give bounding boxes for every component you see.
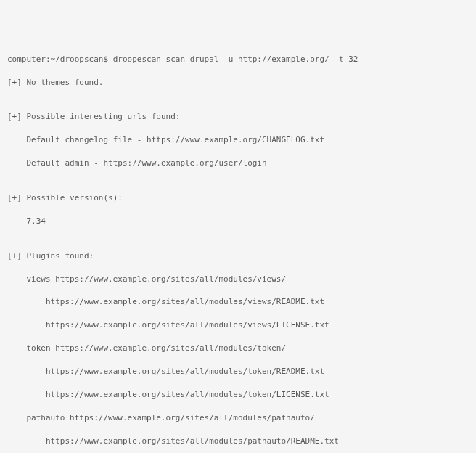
plugin-entry: https://www.example.org/sites/all/module… [7,319,469,331]
plugin-entry: views https://www.example.org/sites/all/… [7,274,469,285]
plugin-entry: token https://www.example.org/sites/all/… [7,343,469,354]
terminal-prompt-line: computer:~/droopscan$ droopescan scan dr… [7,54,469,65]
url-entry: Default admin - https://www.example.org/… [7,158,469,169]
plugin-entry: https://www.example.org/sites/all/module… [7,366,469,378]
plugin-entry: pathauto https://www.example.org/sites/a… [7,412,469,424]
urls-header: [+] Possible interesting urls found: [7,111,469,123]
plugins-header: [+] Plugins found: [7,250,469,262]
version-entry: 7.34 [7,216,469,227]
versions-header: [+] Possible version(s): [7,192,469,204]
plugin-entry: https://www.example.org/sites/all/module… [7,389,469,401]
plugin-entry: https://www.example.org/sites/all/module… [7,436,469,447]
themes-result: [+] No themes found. [7,77,469,89]
url-entry: Default changelog file - https://www.exa… [7,134,469,146]
plugin-entry: https://www.example.org/sites/all/module… [7,296,469,308]
